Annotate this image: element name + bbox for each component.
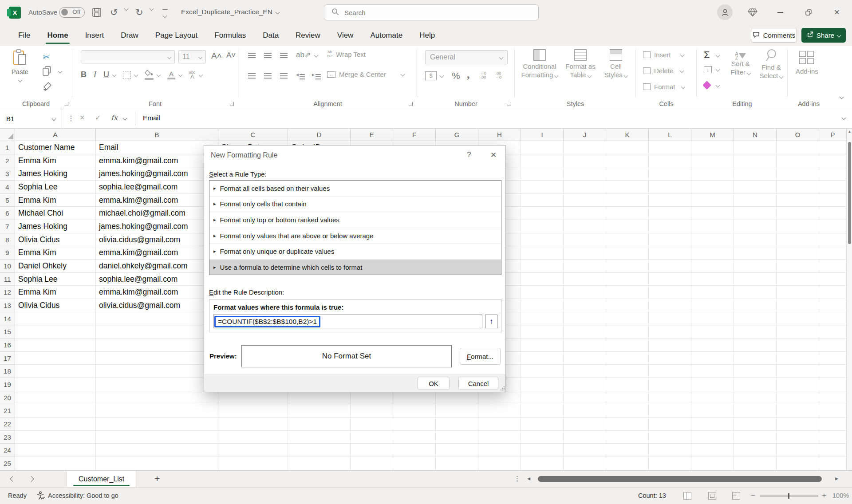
cell-D23[interactable]: [288, 431, 351, 444]
cell-E20[interactable]: [351, 391, 393, 405]
cell-N5[interactable]: [734, 194, 777, 207]
cell-P3[interactable]: [819, 167, 847, 181]
cell-P4[interactable]: [819, 181, 847, 194]
cell-K22[interactable]: [606, 417, 649, 431]
cell-A11[interactable]: Sophia Lee: [15, 273, 96, 286]
row-header-25[interactable]: 25: [0, 457, 15, 470]
sort-filter-button[interactable]: AZ Sort & Filter: [726, 49, 755, 77]
decrease-indent-icon[interactable]: ◂: [296, 71, 305, 78]
decrease-font-icon[interactable]: A˅: [226, 51, 236, 60]
format-button[interactable]: Format...: [460, 348, 501, 365]
cell-J1[interactable]: [564, 141, 606, 154]
cell-B12[interactable]: emma.kim@gmail.com: [96, 286, 218, 299]
select-all-corner[interactable]: [0, 129, 15, 141]
cell-K24[interactable]: [606, 444, 649, 457]
cell-L8[interactable]: [649, 233, 691, 247]
cell-O9[interactable]: [777, 246, 819, 260]
cell-B10[interactable]: daniel.ohkely@gmail.com: [96, 260, 218, 273]
cell-P19[interactable]: [819, 378, 847, 391]
excel-logo-icon[interactable]: X: [9, 7, 21, 19]
column-header-N[interactable]: N: [734, 129, 777, 141]
cell-E21[interactable]: [351, 404, 393, 417]
copy-icon[interactable]: [43, 66, 51, 78]
cell-P21[interactable]: [819, 404, 847, 417]
cell-B18[interactable]: [96, 365, 218, 378]
zoom-out-icon[interactable]: −: [751, 491, 755, 500]
column-header-A[interactable]: A: [15, 129, 96, 141]
cell-I6[interactable]: [521, 207, 564, 220]
copy-dropdown-icon[interactable]: [58, 69, 63, 74]
format-painter-icon[interactable]: [43, 81, 52, 93]
cell-styles-button[interactable]: Cell Styles: [602, 49, 630, 79]
share-button[interactable]: Share: [801, 28, 846, 43]
cell-I7[interactable]: [521, 220, 564, 233]
cell-H25[interactable]: [478, 457, 521, 470]
cell-K4[interactable]: [606, 181, 649, 194]
cell-P18[interactable]: [819, 365, 847, 378]
insert-cells-button[interactable]: Insert: [643, 51, 684, 59]
formula-input[interactable]: =COUNTIF($B$2:$B$100,B2)>1: [213, 315, 482, 328]
clear-eraser-icon[interactable]: [702, 81, 711, 90]
underline-dropdown-icon[interactable]: [112, 73, 117, 77]
borders-icon[interactable]: [123, 71, 131, 79]
cell-K13[interactable]: [606, 299, 649, 312]
cell-O18[interactable]: [777, 365, 819, 378]
fill-color-dropdown-icon[interactable]: [157, 73, 161, 77]
cell-P12[interactable]: [819, 286, 847, 299]
cell-A12[interactable]: Emma Kim: [15, 286, 96, 299]
cell-D24[interactable]: [288, 444, 351, 457]
cell-G20[interactable]: [436, 391, 478, 405]
cell-F20[interactable]: [393, 391, 436, 405]
cell-J9[interactable]: [564, 246, 606, 260]
column-header-D[interactable]: D: [288, 129, 351, 141]
row-header-24[interactable]: 24: [0, 444, 15, 457]
cell-N21[interactable]: [734, 404, 777, 417]
tab-formulas[interactable]: Formulas: [206, 25, 254, 46]
cell-A2[interactable]: Emma Kim: [15, 154, 96, 168]
cell-I5[interactable]: [521, 194, 564, 207]
confirm-entry-icon[interactable]: ✓: [95, 114, 101, 122]
cell-K7[interactable]: [606, 220, 649, 233]
cell-N13[interactable]: [734, 299, 777, 312]
font-color-dropdown-icon[interactable]: [178, 73, 183, 77]
row-header-1[interactable]: 1: [0, 141, 15, 154]
decrease-decimal-icon[interactable]: .00→0: [495, 71, 501, 79]
cell-J3[interactable]: [564, 167, 606, 181]
cell-I13[interactable]: [521, 299, 564, 312]
paste-button[interactable]: Paste: [7, 49, 33, 83]
column-header-H[interactable]: H: [478, 129, 521, 141]
cell-O1[interactable]: [777, 141, 819, 154]
cell-N6[interactable]: [734, 207, 777, 220]
cell-J13[interactable]: [564, 299, 606, 312]
cell-I15[interactable]: [521, 325, 564, 339]
cell-P6[interactable]: [819, 207, 847, 220]
cell-M1[interactable]: [691, 141, 734, 154]
cell-M19[interactable]: [691, 378, 734, 391]
cell-L15[interactable]: [649, 325, 691, 339]
cell-J7[interactable]: [564, 220, 606, 233]
cell-P1[interactable]: [819, 141, 847, 154]
column-header-L[interactable]: L: [649, 129, 691, 141]
cell-B19[interactable]: [96, 378, 218, 391]
comma-style-icon[interactable]: ,: [467, 68, 470, 81]
cell-O21[interactable]: [777, 404, 819, 417]
align-right-icon[interactable]: [280, 73, 288, 74]
cell-N18[interactable]: [734, 365, 777, 378]
cell-N8[interactable]: [734, 233, 777, 247]
cell-I22[interactable]: [521, 417, 564, 431]
cell-I23[interactable]: [521, 431, 564, 444]
cell-B1[interactable]: Email: [96, 141, 218, 154]
cell-K17[interactable]: [606, 352, 649, 365]
cell-A19[interactable]: [15, 378, 96, 391]
row-header-6[interactable]: 6: [0, 207, 15, 220]
row-header-9[interactable]: 9: [0, 246, 15, 260]
align-left-icon[interactable]: [248, 73, 256, 74]
cell-B20[interactable]: [96, 391, 218, 405]
sheet-options-kebab-icon[interactable]: ⋮: [514, 475, 521, 483]
cell-C21[interactable]: [218, 404, 288, 417]
number-format-select[interactable]: General: [425, 50, 508, 64]
cell-J19[interactable]: [564, 378, 606, 391]
delete-cells-button[interactable]: Delete: [643, 67, 683, 75]
cell-O8[interactable]: [777, 233, 819, 247]
cell-J22[interactable]: [564, 417, 606, 431]
